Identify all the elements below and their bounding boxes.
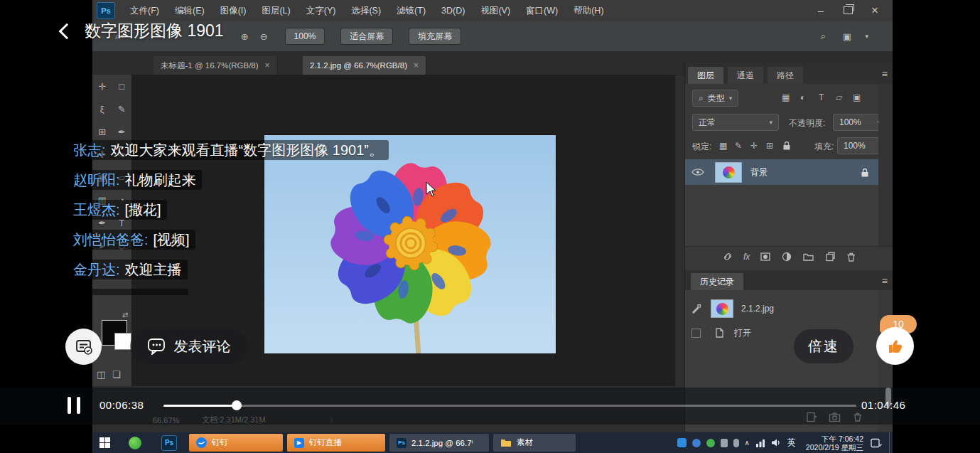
fill-screen-button[interactable]: 填充屏幕 [409,28,461,45]
lock-transparent-icon[interactable]: ▦ [719,141,727,151]
tray-security-icon[interactable] [706,439,715,447]
menu-layer[interactable]: 图层(L) [254,0,298,21]
filter-adjustment-icon[interactable]: ◐ [800,92,805,102]
restore-button[interactable] [834,0,861,21]
tray-mic-icon[interactable] [733,439,739,447]
filter-search-icon: ⌕ [699,93,704,103]
panel-menu-icon[interactable]: ≡ [882,275,888,287]
taskbar-app-dingtalk-live[interactable]: ▶ 钉钉直播 [287,434,385,452]
tab-paths[interactable]: 路径 [768,67,803,84]
tool-move-icon[interactable]: ✛ [92,75,112,97]
lock-paint-icon[interactable]: ✎ [735,141,742,151]
swap-colors-icon[interactable]: ⇄ [122,311,128,319]
like-button[interactable] [876,327,914,365]
menu-file[interactable]: 文件(F) [122,0,167,21]
action-center-icon[interactable] [871,438,882,448]
menu-type[interactable]: 文字(Y) [298,0,344,21]
layers-scroll-gutter[interactable] [878,84,893,246]
comment-input-pill[interactable]: 发表评论 [130,329,247,364]
tray-app-icon[interactable] [692,439,701,447]
menu-filter[interactable]: 滤镜(T) [389,0,434,21]
filter-type-icon[interactable]: T [819,92,824,102]
menu-window[interactable]: 窗口(W) [518,0,566,21]
tab-channels[interactable]: 通道 [728,67,763,84]
tab-history[interactable]: 历史记录 [691,273,743,290]
history-checkbox[interactable] [691,329,701,338]
playback-speed-button[interactable]: 倍速 [794,329,854,363]
taskbar-app-folder[interactable]: 素材 [493,434,576,452]
tool-quickselect-icon[interactable]: ✎ [112,97,132,120]
blend-mode-select[interactable]: 正常 ▾ [692,114,779,131]
lock-move-icon[interactable]: ✛ [750,141,758,151]
lock-all-icon[interactable] [782,140,792,151]
panel-menu-icon[interactable]: ≡ [882,68,888,80]
doc-tab-212jpg[interactable]: 2.1.2.jpg @ 66.7%(RGB/8) × [303,56,426,75]
ps-mini-icon: Ps [397,438,406,448]
taskbar-clock[interactable]: 下午 7:06:42 2020/2/19 星期三 [806,435,863,452]
zoom-in-icon[interactable]: ⊕ [241,31,249,42]
doc-tab-untitled[interactable]: 未标题-1 @ 16.7%(RGB/8) × [154,56,278,75]
adjustment-layer-icon[interactable] [781,251,792,262]
chat-text: 欢迎主播 [125,262,182,277]
tray-expand-icon[interactable]: ∧ [745,439,750,447]
menu-help[interactable]: 帮助(H) [566,0,611,21]
tool-marquee-icon[interactable]: □ [112,75,132,97]
quickmask-icon[interactable]: ◫ [97,363,105,385]
chat-text: 欢迎大家来观看直播“数字图形图像 1901”。 [111,142,383,158]
filter-pixel-icon[interactable]: ▦ [782,92,790,102]
tray-dingtalk-icon[interactable] [677,438,686,447]
menu-view[interactable]: 视图(V) [473,0,518,21]
layer-visibility-eye-icon[interactable] [691,167,706,177]
menu-select[interactable]: 选择(S) [343,0,389,21]
layer-filter-kind[interactable]: ⌕ 类型 ▾ [692,90,738,107]
filter-shape-icon[interactable]: ▱ [836,92,842,102]
start-button[interactable] [99,437,110,448]
zoom-100-button[interactable]: 100% [285,28,325,45]
layer-thumbnail[interactable] [715,162,742,183]
progress-track[interactable] [163,405,856,407]
taskbar-app-psdoc[interactable]: Ps 2.1.2.jpg @ 66.7%... [389,434,489,452]
zoom-out-icon[interactable]: ⊖ [260,31,268,42]
comment-button-label: 发表评论 [174,337,231,356]
menu-image[interactable]: 图像(I) [212,0,254,21]
show-desktop-button[interactable] [889,432,893,453]
history-item-label: 2.1.2.jpg [741,304,774,314]
tab-layers[interactable]: 图层 [688,67,723,84]
menu-edit[interactable]: 编辑(E) [167,0,212,21]
link-layers-icon[interactable] [722,251,733,262]
layer-mask-icon[interactable] [760,251,771,262]
pause-button[interactable] [68,397,80,414]
screen-mode-icon[interactable]: ❏ [112,363,121,385]
close-button[interactable]: × [861,0,888,21]
progress-knob[interactable] [232,400,242,410]
ime-indicator[interactable]: 英 [787,437,796,449]
workspace-icon[interactable]: ▣ [843,31,851,42]
layer-group-icon[interactable] [802,251,814,262]
back-button[interactable] [59,23,75,39]
volume-icon[interactable] [771,438,782,447]
comment-list-button[interactable] [65,329,102,365]
network-icon[interactable] [755,439,765,447]
delete-layer-icon[interactable] [846,251,856,262]
tab-close-icon[interactable]: × [265,60,270,70]
layer-row-background[interactable]: 背景 [685,159,878,185]
new-layer-icon[interactable] [824,251,836,262]
tab-close-icon[interactable]: × [414,60,419,70]
taskbar-app-dingtalk[interactable]: 钉钉 [189,434,283,452]
background-color-swatch[interactable] [114,333,131,350]
filter-smartobject-icon[interactable]: ▣ [853,92,861,102]
browser-taskbar-icon[interactable] [129,437,141,449]
search-icon[interactable]: ⌕ [821,31,826,42]
layer-effects-icon[interactable]: fx [743,252,750,262]
photoshop-taskbar-icon[interactable]: Ps [161,435,177,451]
fit-screen-button[interactable]: 适合屏幕 [340,28,393,45]
tray-usb-icon[interactable] [721,439,728,447]
lock-artboard-icon[interactable]: ⊞ [766,141,773,151]
history-row-212jpg[interactable]: 2.1.2.jpg [685,297,878,320]
minimize-button[interactable]: – [807,0,834,21]
layer-name: 背景 [750,166,768,178]
menu-3d[interactable]: 3D(D) [434,0,473,21]
chevron-down-icon[interactable]: ▾ [865,33,868,40]
history-source-icon[interactable] [691,303,702,314]
tool-lasso-icon[interactable]: ξ [92,97,112,120]
